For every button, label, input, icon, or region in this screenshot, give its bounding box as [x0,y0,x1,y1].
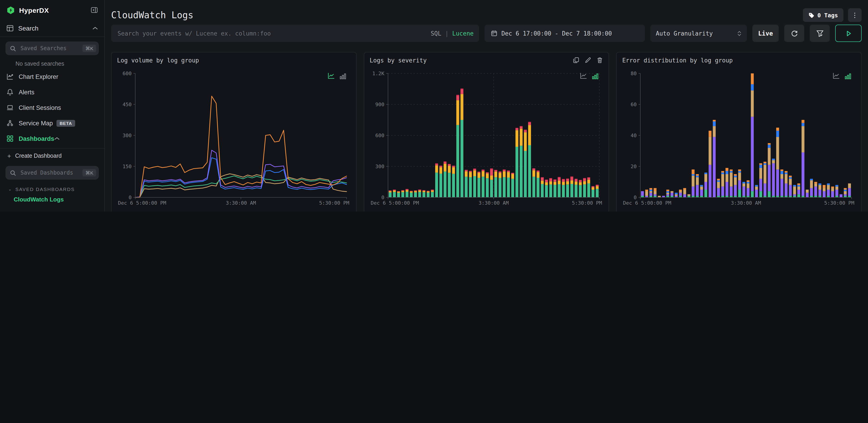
chart-canvas[interactable]: 020406080Dec 6 5:00:00 PM3:30:00 AM5:30:… [622,68,856,206]
line-chart-toggle-icon[interactable] [580,73,588,79]
line-chart-toggle-icon[interactable] [833,73,840,79]
kebab-menu-button[interactable]: ⋮ [848,8,862,22]
chart-title: Log volume by log group [117,57,350,66]
svg-text:80: 80 [631,70,637,76]
section-label: SAVED DASHBOARDS [16,187,75,192]
create-dashboard-button[interactable]: + Create Dashboard [0,149,104,163]
search-icon [10,170,16,176]
event-search-input[interactable] [117,29,431,37]
saved-dashboards-section-header[interactable]: ⌄ SAVED DASHBOARDS [8,185,104,193]
nav-label: Chart Explorer [19,73,58,80]
svg-text:300: 300 [123,133,132,138]
chart-panel-error-distribution: Error distribution by log group 02040608… [616,52,862,212]
filter-button[interactable] [810,25,830,42]
legend-item[interactable]: —ERROR [425,210,447,212]
main-content: CloudWatch Logs 0 Tags ⋮ SQL | Lucene [105,0,868,212]
time-range-value: Dec 6 17:00:00 - Dec 7 18:00:00 [501,30,612,37]
chevron-up-icon[interactable] [54,137,60,140]
time-range-picker[interactable]: Dec 6 17:00:00 - Dec 7 18:00:00 [485,25,645,42]
sidebar-item-cloudwatch-logs[interactable]: CloudWatch Logs [0,194,104,205]
svg-text:0: 0 [381,195,384,200]
run-query-button[interactable] [835,25,862,42]
svg-text:60: 60 [631,102,637,107]
chart-legend: —/aws/lambda/payment-processor—/aws/lamb… [117,210,350,212]
bar-chart-toggle-icon[interactable] [845,73,851,79]
live-button[interactable]: Live [752,25,779,42]
chart-canvas[interactable]: 03006009001.2KDec 6 5:00:00 PM3:30:00 AM… [370,68,603,206]
svg-text:5:30:00 PM: 5:30:00 PM [319,200,349,206]
sidebar-item-chart-explorer[interactable]: Chart Explorer [0,69,104,84]
saved-dashboards-shortcut: ⌘K [83,169,96,176]
granularity-select[interactable]: Auto Granularity [650,25,747,42]
svg-text:3:30:00 AM: 3:30:00 AM [226,200,256,206]
saved-searches-input[interactable]: ⌘K [5,41,99,55]
sidebar-collapse-icon[interactable] [91,6,98,14]
nav-label: Service Map [19,120,53,126]
svg-text:1.2K: 1.2K [372,70,384,76]
app-root: HyperDX Search ⌘K [0,0,868,212]
sidebar-item-alerts[interactable]: Alerts [0,84,104,100]
svg-text:300: 300 [375,164,384,169]
page-title: CloudWatch Logs [111,9,803,21]
svg-text:Dec 6 5:00:00 PM: Dec 6 5:00:00 PM [118,200,166,206]
sidebar: HyperDX Search ⌘K [0,0,105,212]
sidebar-item-client-sessions[interactable]: Client Sessions [0,100,104,115]
sql-toggle[interactable]: SQL [431,30,441,37]
saved-dashboards-field[interactable] [20,169,83,176]
svg-text:40: 40 [631,133,637,138]
chart-panel-log-volume: Log volume by log group 0150300450600Dec… [111,52,356,212]
tag-icon [808,12,814,18]
granularity-value: Auto Granularity [656,30,737,37]
play-icon [845,30,852,37]
calendar-icon [491,30,497,36]
lucene-toggle[interactable]: Lucene [452,30,474,37]
sidebar-search-label: Search [18,25,38,32]
saved-dashboards-input[interactable]: ⌘K [5,166,99,179]
duplicate-icon[interactable] [573,57,580,63]
legend-item[interactable]: —/aws/lambda/payment-processor [117,210,215,212]
bar-chart-toggle-icon[interactable] [592,73,599,79]
svg-text:Dec 6 5:00:00 PM: Dec 6 5:00:00 PM [623,200,672,206]
chevron-down-icon: ⌄ [8,187,12,192]
bell-icon [6,88,14,96]
edit-icon[interactable] [585,57,591,63]
divider [0,36,104,37]
hyperdx-logo-icon [6,6,15,15]
legend-item[interactable]: —FATAL [456,210,478,212]
refresh-button[interactable] [784,25,804,42]
bar-chart-toggle-icon[interactable] [340,73,346,79]
no-saved-searches-text: No saved searches [16,61,104,67]
refresh-icon [790,29,798,37]
tags-label: 0 Tags [817,11,838,19]
chevron-up-icon[interactable] [92,26,98,30]
toolbar: SQL | Lucene Dec 6 17:00:00 - Dec 7 18:0… [111,25,862,42]
sidebar-item-dashboards[interactable]: Dashboards [0,131,104,146]
legend-item[interactable]: —/aws/lambda/payment-processor [622,210,720,212]
sidebar-item-search[interactable]: Search [0,20,104,36]
svg-text:600: 600 [375,133,384,138]
delete-icon[interactable] [597,57,603,63]
nav-label: Dashboards [19,135,54,142]
presets-section-header[interactable]: ⌄ PRESETS [8,210,104,212]
legend-item[interactable]: —/aws/ecs/api-gateway [728,210,799,212]
laptop-icon [6,104,14,111]
chart-explorer-icon [6,73,14,80]
search-section-icon [6,25,14,32]
saved-searches-shortcut: ⌘K [83,45,96,52]
legend-item[interactable]: —INFO [370,210,389,212]
chart-legend: —INFO—WARN—ERROR—FATAL [370,210,603,212]
lang-divider: | [445,30,448,37]
svg-text:0: 0 [129,195,132,200]
chart-canvas[interactable]: 0150300450600Dec 6 5:00:00 PM3:30:00 AM5… [117,68,350,206]
svg-text:150: 150 [123,164,132,169]
event-search-box[interactable]: SQL | Lucene [111,25,479,42]
svg-text:5:30:00 PM: 5:30:00 PM [572,200,602,206]
legend-item[interactable]: —WARN [397,210,417,212]
saved-searches-field[interactable] [20,45,83,52]
svg-text:600: 600 [123,70,132,76]
sidebar-item-service-map[interactable]: Service Map BETA [0,115,104,131]
legend-item[interactable]: —/aws/lambda/order-service [223,210,309,212]
beta-badge: BETA [57,120,75,126]
tags-button[interactable]: 0 Tags [803,8,843,22]
line-chart-toggle-icon[interactable] [327,73,335,79]
